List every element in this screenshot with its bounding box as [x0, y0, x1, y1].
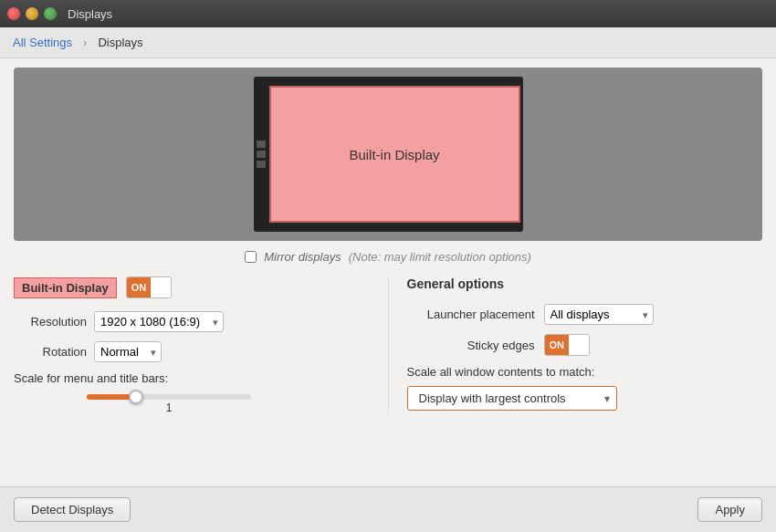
display-name-label: Built-in Display — [349, 147, 439, 162]
titlebar: Displays — [0, 0, 776, 27]
resolution-row: Resolution 1920 x 1080 (16:9) 1280 x 720… — [14, 311, 370, 332]
launcher-select[interactable]: All displays Primary display — [544, 304, 654, 325]
left-panel: Built-in Display ON Resolution 1920 x 10… — [14, 276, 388, 414]
display-name-row: Built-in Display ON — [14, 276, 370, 298]
scale-all-section: Scale all window contents to match: Disp… — [407, 365, 763, 411]
scale-all-select[interactable]: Display with largest controls Primary di… — [407, 386, 617, 411]
sticky-edges-row: Sticky edges ON — [407, 334, 763, 356]
slider-thumb[interactable] — [129, 390, 143, 404]
monitor-screen[interactable]: Built-in Display — [269, 86, 520, 223]
maximize-button[interactable] — [44, 7, 57, 20]
monitor-btn-1 — [257, 141, 266, 148]
scale-section: Scale for menu and title bars: 1 — [14, 371, 370, 414]
scale-label-row: Scale for menu and title bars: — [14, 371, 370, 385]
scale-all-label: Scale all window contents to match: — [407, 365, 763, 379]
sticky-edges-label: Sticky edges — [407, 339, 535, 352]
window-title: Displays — [68, 7, 112, 21]
monitor-btn-2 — [257, 151, 266, 158]
minimize-button[interactable] — [26, 7, 38, 20]
toggle-off-area — [151, 277, 171, 297]
all-settings-link[interactable]: All Settings — [7, 32, 78, 53]
main-content: Built-in Display Mirror displays (Note: … — [0, 58, 776, 423]
launcher-select-wrapper: All displays Primary display — [544, 304, 654, 325]
scale-label: Scale for menu and title bars: — [14, 371, 168, 385]
resolution-select[interactable]: 1920 x 1080 (16:9) 1280 x 720 (16:9) 102… — [94, 311, 224, 332]
nav-separator: › — [83, 36, 87, 49]
scale-all-select-wrapper: Display with largest controls Primary di… — [407, 386, 617, 411]
right-panel: General options Launcher placement All d… — [388, 276, 763, 414]
mirror-displays-checkbox[interactable] — [245, 251, 257, 263]
navbar: All Settings › Displays — [0, 27, 776, 58]
monitor-side-controls — [257, 141, 267, 168]
sticky-off-area — [569, 335, 589, 355]
general-options-title: General options — [407, 276, 763, 291]
display-preview-area: Built-in Display — [14, 68, 762, 241]
monitor-btn-3 — [257, 161, 266, 168]
mirror-note: (Note: may limit resolution options) — [349, 250, 531, 264]
display-toggle[interactable]: ON — [126, 276, 173, 298]
resolution-select-wrapper: 1920 x 1080 (16:9) 1280 x 720 (16:9) 102… — [94, 311, 224, 332]
sticky-on-label: ON — [545, 335, 570, 355]
controls-section: Built-in Display ON Resolution 1920 x 10… — [14, 276, 762, 414]
apply-button[interactable]: Apply — [697, 497, 762, 522]
sticky-edges-toggle[interactable]: ON — [544, 334, 591, 356]
resolution-label: Resolution — [14, 315, 87, 329]
toggle-on-label: ON — [127, 277, 152, 297]
nav-current: Displays — [92, 32, 148, 53]
close-button[interactable] — [7, 7, 20, 20]
rotation-select-wrapper: Normal 90° 180° 270° — [94, 341, 162, 362]
slider-value: 1 — [87, 402, 251, 414]
launcher-placement-label: Launcher placement — [407, 308, 535, 321]
rotation-label: Rotation — [14, 345, 87, 359]
display-monitor: Built-in Display — [254, 77, 523, 232]
rotation-select[interactable]: Normal 90° 180° 270° — [94, 341, 162, 362]
mirror-label: Mirror displays — [264, 250, 341, 264]
bottom-bar: Detect Displays Apply — [0, 486, 776, 532]
mirror-displays-row: Mirror displays (Note: may limit resolut… — [14, 250, 762, 264]
display-name-badge: Built-in Display — [14, 277, 117, 298]
detect-displays-button[interactable]: Detect Displays — [14, 497, 131, 522]
slider-track[interactable] — [87, 394, 251, 400]
launcher-placement-row: Launcher placement All displays Primary … — [407, 304, 763, 325]
rotation-row: Rotation Normal 90° 180° 270° — [14, 341, 370, 362]
